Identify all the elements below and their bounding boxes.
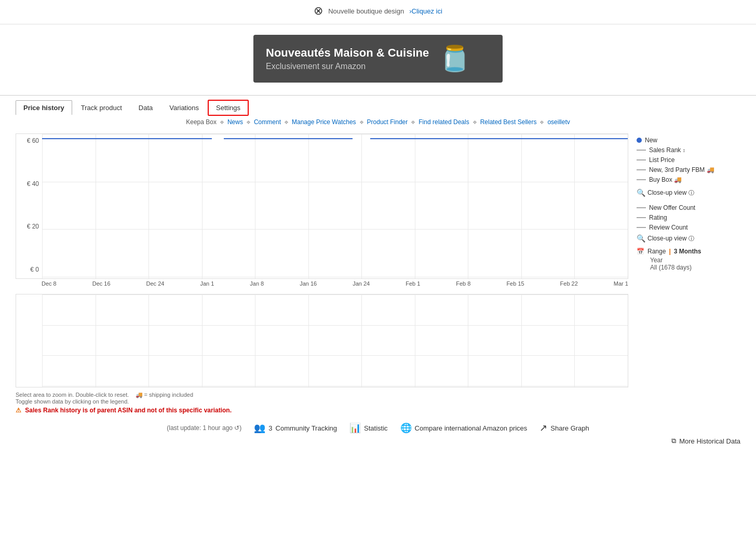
x-label-feb15: Feb 15 xyxy=(506,280,524,287)
legend-rating-label: Rating xyxy=(649,214,667,221)
grid-v-1 xyxy=(96,134,96,278)
x-label-dec16: Dec 16 xyxy=(92,280,111,287)
legend-review-count-line xyxy=(637,227,646,228)
info-icon-1: ⓘ xyxy=(688,189,694,197)
closeup-label-1: Close-up view xyxy=(647,189,686,196)
banner-link[interactable]: ›Cliquez ici xyxy=(409,7,442,15)
sep-3: ❖ xyxy=(284,119,289,125)
logo-icon: ⊗ xyxy=(314,4,323,18)
legend-buy-box-label: Buy Box 🚚 xyxy=(649,176,682,183)
range-current[interactable]: 3 Months xyxy=(674,248,701,255)
closeup-btn-1[interactable]: 🔍 Close-up view ⓘ xyxy=(637,189,740,197)
grid-v-7 xyxy=(415,134,415,278)
grid-v-3 xyxy=(202,134,203,278)
secondary-chart[interactable] xyxy=(16,294,628,387)
grid-v-8 xyxy=(468,134,468,278)
tabs-row: Price history Track product Data Variati… xyxy=(16,96,740,116)
x-label-feb8: Feb 8 xyxy=(456,280,470,287)
legend-buy-box[interactable]: Buy Box 🚚 xyxy=(637,176,740,183)
community-tracking-btn[interactable]: 👥 3 Community Tracking xyxy=(254,422,337,434)
x-label-feb1: Feb 1 xyxy=(406,280,420,287)
legend-sales-rank[interactable]: Sales Rank ↕ xyxy=(637,146,740,154)
tab-settings[interactable]: Settings xyxy=(208,100,249,116)
warning-text: ⚠ Sales Rank history is of parent ASIN a… xyxy=(16,407,740,414)
y2-bot xyxy=(37,374,39,382)
closeup-btn-2[interactable]: 🔍 Close-up view ⓘ xyxy=(637,234,740,243)
statistic-btn[interactable]: 📊 Statistic xyxy=(349,422,388,434)
legend-list-price[interactable]: List Price xyxy=(637,156,740,164)
sub-nav-news[interactable]: News xyxy=(227,118,243,126)
price-line-1 xyxy=(42,138,212,139)
y-label-0: € 0 xyxy=(30,266,39,273)
sub-nav-find-deals[interactable]: Find related Deals xyxy=(419,118,469,126)
compare-label: Compare international Amazon prices xyxy=(415,424,528,432)
range-all[interactable]: All (1678 days) xyxy=(637,264,740,271)
grid2-v-10 xyxy=(574,294,575,387)
statistic-label: Statistic xyxy=(364,424,388,432)
grid-v-10 xyxy=(574,134,575,278)
warning-icon: ⚠ xyxy=(16,407,21,414)
promo-banner-section: Nouveautés Maison & Cuisine Exclusivemen… xyxy=(0,24,756,95)
sub-nav-product-finder[interactable]: Product Finder xyxy=(367,118,408,126)
sub-nav-manage-price[interactable]: Manage Price Watches xyxy=(292,118,356,126)
grid-h-0 xyxy=(42,134,628,135)
copy-icon: ⧉ xyxy=(671,437,676,445)
legend-offer-count-label: New Offer Count xyxy=(649,204,695,211)
legend-list-price-line xyxy=(637,159,646,160)
legend-new[interactable]: New xyxy=(637,137,740,144)
info-icon-2: ⓘ xyxy=(688,235,694,243)
grid2-v-7 xyxy=(415,294,415,387)
tab-price-history[interactable]: Price history xyxy=(16,100,72,115)
compare-btn[interactable]: 🌐 Compare international Amazon prices xyxy=(400,422,528,434)
keepa-box-label: Keepa Box xyxy=(186,118,217,126)
y-axis-2 xyxy=(16,294,42,387)
tabs-container: Price history Track product Data Variati… xyxy=(0,95,756,128)
grid-v-0 xyxy=(42,134,43,278)
legend-review-count[interactable]: Review Count xyxy=(637,224,740,231)
x-label-dec8: Dec 8 xyxy=(42,280,57,287)
search-icon-2: 🔍 xyxy=(637,234,645,243)
x-label-jan1: Jan 1 xyxy=(200,280,214,287)
sep-1: ❖ xyxy=(220,119,224,125)
main-content: € 60 € 40 € 20 € 0 xyxy=(0,128,756,387)
more-historical-btn[interactable]: ⧉ More Historical Data xyxy=(671,437,740,445)
y-label-40: € 40 xyxy=(27,180,39,187)
promo-title: Nouveautés Maison & Cuisine xyxy=(266,46,429,60)
legend-3p-fbm[interactable]: New, 3rd Party FBM 🚚 xyxy=(637,166,740,173)
last-update: (last update: 1 hour ago ↺) xyxy=(167,424,241,432)
tab-data[interactable]: Data xyxy=(131,100,160,115)
share-btn[interactable]: ↗ Share Graph xyxy=(539,422,589,434)
range-year[interactable]: Year xyxy=(637,257,740,264)
compare-icon: 🌐 xyxy=(400,422,412,434)
legend-section-2: New Offer Count Rating Review Count xyxy=(637,204,740,231)
sub-nav-comment[interactable]: Comment xyxy=(254,118,281,126)
sub-nav-best-sellers[interactable]: Related Best Sellers xyxy=(480,118,537,126)
tab-track-product[interactable]: Track product xyxy=(73,100,130,115)
price-line-2 xyxy=(224,138,353,139)
range-label: Range xyxy=(647,248,666,255)
grid-h-3 xyxy=(42,277,628,277)
promo-subtitle: Exclusivement sur Amazon xyxy=(266,62,429,71)
legend-rating[interactable]: Rating xyxy=(637,214,740,221)
search-icon-1: 🔍 xyxy=(637,189,645,197)
price-chart[interactable]: € 60 € 40 € 20 € 0 xyxy=(16,133,628,279)
tab-variations[interactable]: Variations xyxy=(161,100,207,115)
legend-offer-count[interactable]: New Offer Count xyxy=(637,204,740,211)
legend-review-count-label: Review Count xyxy=(649,224,688,231)
sep-7: ❖ xyxy=(539,119,544,125)
legend-section-1: New Sales Rank ↕ List Price New, 3rd Par… xyxy=(637,137,740,183)
sep-2: ❖ xyxy=(246,119,251,125)
x-label-jan8: Jan 8 xyxy=(250,280,264,287)
y-axis: € 60 € 40 € 20 € 0 xyxy=(16,134,42,278)
x-label-dec24: Dec 24 xyxy=(146,280,165,287)
toggle-note: Toggle shown data by clicking on the leg… xyxy=(16,398,740,405)
promo-icon: 🫙 xyxy=(439,44,470,73)
legend-new-dot xyxy=(637,138,642,143)
x-label-jan16: Jan 16 xyxy=(300,280,317,287)
footer-notes: Select area to zoom in. Double-click to … xyxy=(0,387,756,416)
legend-sales-rank-label: Sales Rank ↕ xyxy=(649,146,685,154)
sub-nav-user[interactable]: oseilletv xyxy=(547,118,570,126)
closeup-label-2: Close-up view xyxy=(647,235,686,242)
legend-sales-rank-line xyxy=(637,150,646,151)
range-row: 📅 Range | 3 Months xyxy=(637,248,740,255)
